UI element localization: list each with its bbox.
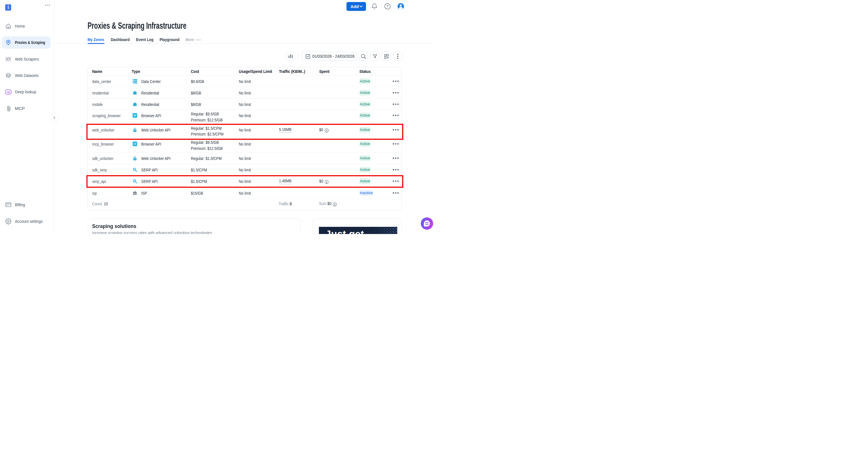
svg-text:AI: AI [7, 90, 10, 94]
svg-text:S: S [134, 192, 136, 194]
